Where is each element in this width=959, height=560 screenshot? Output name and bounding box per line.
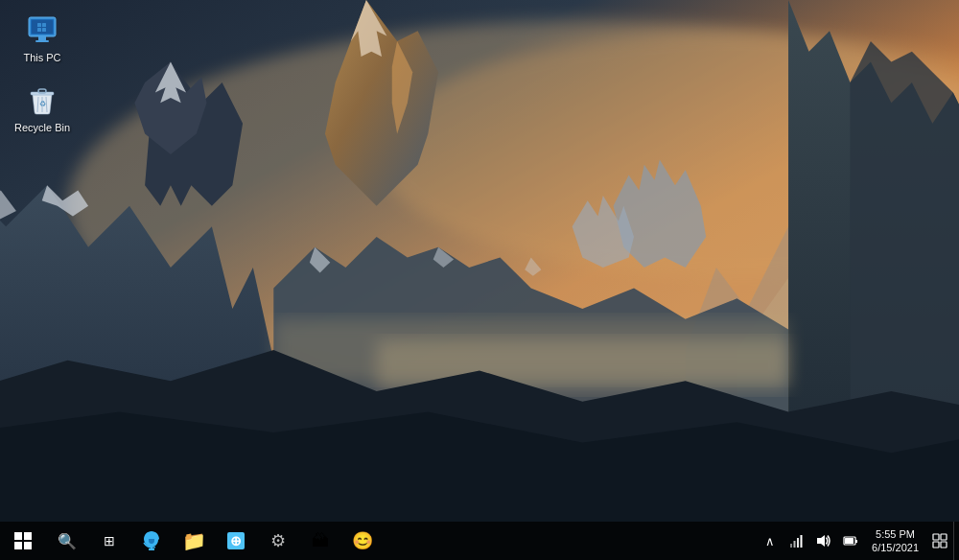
taskbar-edge-button[interactable] <box>130 522 173 560</box>
svg-rect-30 <box>32 20 53 34</box>
battery-button[interactable] <box>837 522 864 560</box>
start-button[interactable] <box>0 522 46 560</box>
taskbar-search-button[interactable]: 🔍 <box>46 522 88 560</box>
battery-icon <box>843 533 858 548</box>
clock-time: 5:55 PM <box>876 527 915 541</box>
desktop-wallpaper <box>0 0 959 560</box>
svg-rect-49 <box>855 540 857 543</box>
svg-rect-43 <box>790 544 792 548</box>
task-view-button[interactable]: ⊞ <box>88 522 130 560</box>
taskbar-store-button[interactable]: ⊕ <box>215 522 257 560</box>
this-pc-icon[interactable]: This PC <box>8 10 77 68</box>
volume-icon <box>816 533 831 548</box>
settings-icon: ⚙ <box>270 530 286 551</box>
clock-date: 6/15/2021 <box>872 541 919 554</box>
store-icon: ⊕ <box>225 530 246 551</box>
desktop: This PC ♻ Recycle Bin <box>0 0 959 560</box>
action-center-icon <box>932 533 947 548</box>
action-center-button[interactable] <box>926 522 953 560</box>
show-desktop-button[interactable] <box>953 522 959 560</box>
svg-rect-28 <box>38 36 46 40</box>
taskbar-emoji-button[interactable]: 😊 <box>341 522 384 560</box>
svg-rect-54 <box>941 542 947 548</box>
svg-rect-52 <box>941 534 947 540</box>
svg-rect-39 <box>38 89 46 93</box>
svg-rect-34 <box>42 28 46 32</box>
photos-icon: 🏔 <box>312 531 329 551</box>
system-tray: ∧ <box>757 522 959 560</box>
svg-rect-44 <box>794 541 796 548</box>
show-hidden-icons-button[interactable]: ∧ <box>757 522 784 560</box>
svg-rect-29 <box>35 40 49 42</box>
svg-rect-53 <box>933 542 939 548</box>
this-pc-icon-img <box>25 13 59 48</box>
this-pc-label: This PC <box>23 52 60 64</box>
file-explorer-icon: 📁 <box>182 529 206 552</box>
svg-marker-47 <box>817 535 825 547</box>
taskbar: 🔍 ⊞ 📁 ⊕ ⚙ <box>0 522 959 560</box>
svg-rect-31 <box>37 23 41 27</box>
recycle-bin-icon-img: ♻ <box>25 83 59 118</box>
windows-logo-icon <box>14 532 32 549</box>
recycle-bin-label: Recycle Bin <box>14 122 70 134</box>
svg-rect-50 <box>845 538 854 544</box>
volume-button[interactable] <box>810 522 837 560</box>
emoji-icon: 😊 <box>352 530 373 551</box>
svg-text:♻: ♻ <box>39 100 46 108</box>
search-icon: 🔍 <box>58 532 77 550</box>
svg-rect-51 <box>933 534 939 540</box>
network-icon[interactable] <box>784 522 810 560</box>
taskbar-file-explorer-button[interactable]: 📁 <box>173 522 215 560</box>
recycle-bin-icon[interactable]: ♻ Recycle Bin <box>8 80 77 138</box>
svg-rect-45 <box>797 538 799 548</box>
system-clock[interactable]: 5:55 PM 6/15/2021 <box>864 522 926 560</box>
chevron-up-icon: ∧ <box>765 534 775 548</box>
svg-rect-32 <box>42 23 46 27</box>
svg-rect-46 <box>801 535 803 548</box>
edge-icon <box>141 530 162 551</box>
taskbar-settings-button[interactable]: ⚙ <box>257 522 299 560</box>
svg-rect-33 <box>37 28 41 32</box>
network-status-icon <box>789 533 805 548</box>
taskbar-photos-button[interactable]: 🏔 <box>299 522 341 560</box>
task-view-icon: ⊞ <box>104 533 115 548</box>
svg-text:⊕: ⊕ <box>230 533 242 548</box>
